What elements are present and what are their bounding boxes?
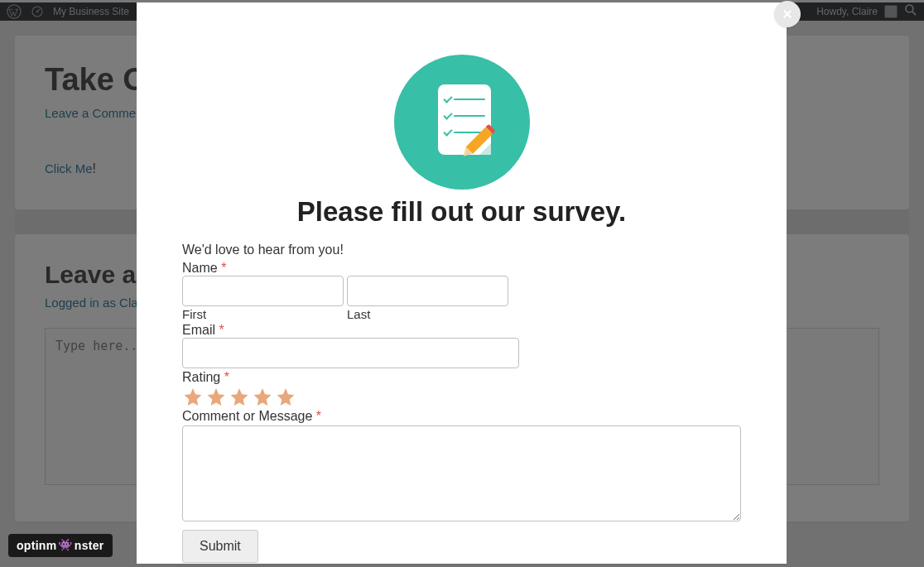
- close-button[interactable]: [774, 1, 801, 27]
- star-5[interactable]: [275, 387, 296, 407]
- optinmonster-badge[interactable]: optinm👾nster: [8, 534, 113, 557]
- survey-clipboard-icon: [394, 55, 530, 190]
- monster-icon: 👾: [58, 538, 72, 551]
- rating-stars: [182, 387, 741, 407]
- first-name-input[interactable]: [182, 276, 344, 306]
- modal-intro: We'd love to hear from you!: [182, 241, 741, 259]
- star-4[interactable]: [252, 387, 273, 407]
- rating-label: Rating *: [182, 370, 741, 385]
- submit-button[interactable]: Submit: [182, 530, 258, 563]
- comment-label: Comment or Message *: [182, 409, 741, 424]
- badge-text-1: optinm: [17, 539, 56, 552]
- star-3[interactable]: [229, 387, 250, 407]
- star-1[interactable]: [182, 387, 204, 407]
- first-name-sublabel: First: [182, 307, 344, 321]
- last-name-input[interactable]: [347, 276, 508, 306]
- email-label: Email *: [182, 323, 741, 338]
- modal-title: Please fill out our survey.: [182, 196, 741, 228]
- badge-text-2: nster: [75, 539, 104, 552]
- last-name-sublabel: Last: [347, 307, 508, 321]
- name-label: Name *: [182, 261, 741, 276]
- email-input[interactable]: [182, 338, 519, 368]
- survey-modal: Please fill out our survey. We'd love to…: [137, 2, 787, 564]
- comment-textarea-modal[interactable]: [182, 425, 741, 521]
- star-2[interactable]: [205, 387, 227, 407]
